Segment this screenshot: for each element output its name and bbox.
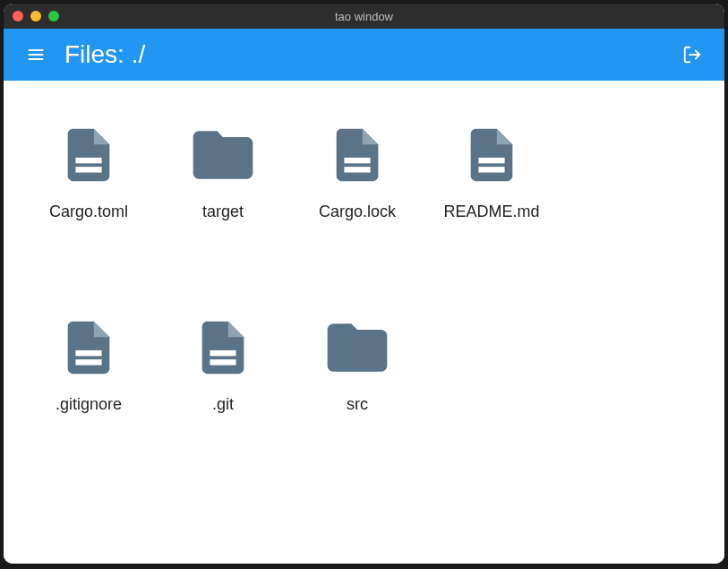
folder-item[interactable]: src (290, 300, 424, 421)
item-label: Cargo.toml (49, 203, 128, 221)
file-item[interactable]: .gitignore (21, 300, 156, 421)
minimize-window-button[interactable] (30, 11, 41, 22)
maximize-window-button[interactable] (48, 11, 59, 22)
file-item[interactable]: Cargo.toml (21, 108, 156, 228)
menu-button[interactable] (20, 39, 52, 71)
file-item[interactable]: .git (156, 300, 290, 421)
file-grid: Cargo.tomltargetCargo.lockREADME.md.giti… (21, 108, 707, 421)
item-label: .git (212, 395, 234, 414)
file-item[interactable]: Cargo.lock (290, 108, 424, 228)
file-icon (53, 115, 124, 195)
hamburger-icon (27, 46, 45, 64)
exit-icon (682, 45, 702, 65)
item-label: Cargo.lock (319, 203, 396, 221)
folder-icon (187, 115, 259, 195)
window-title: tao window (4, 10, 724, 23)
file-icon (187, 307, 259, 388)
file-grid-area: Cargo.tomltargetCargo.lockREADME.md.giti… (4, 81, 724, 564)
file-icon (321, 115, 393, 195)
item-label: target (202, 203, 244, 221)
toolbar: Files: ./ (4, 29, 724, 81)
item-label: README.md (443, 203, 539, 221)
file-icon (53, 307, 124, 388)
file-icon (456, 115, 527, 195)
traffic-lights (13, 11, 59, 22)
item-label: .gitignore (56, 395, 122, 414)
exit-button[interactable] (676, 39, 708, 71)
folder-icon (321, 307, 393, 388)
item-label: src (347, 395, 368, 414)
page-title: Files: ./ (64, 40, 676, 69)
titlebar[interactable]: tao window (4, 4, 724, 29)
close-window-button[interactable] (13, 11, 23, 22)
folder-item[interactable]: target (156, 108, 290, 228)
app-window: tao window Files: ./ Cargo.tomltargetCar… (4, 4, 724, 564)
file-item[interactable]: README.md (424, 108, 559, 228)
